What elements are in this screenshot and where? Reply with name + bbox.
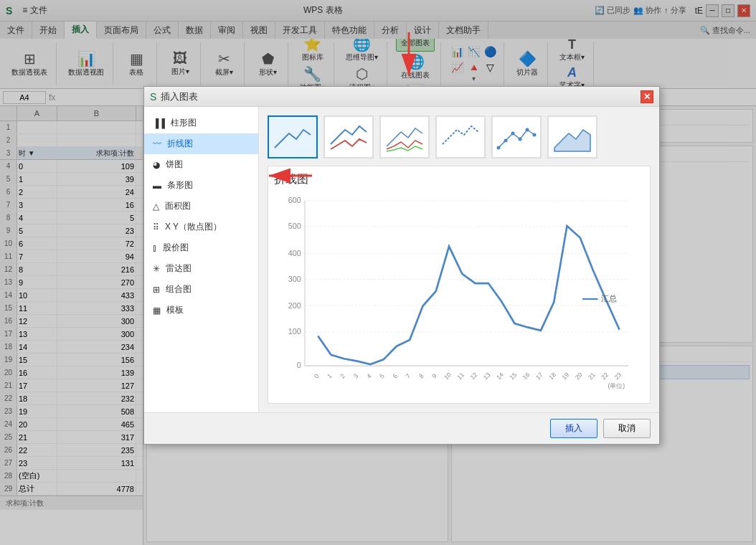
svg-text:1: 1 — [326, 372, 334, 380]
scatter-chart-icon: ⠿ — [153, 222, 159, 232]
svg-text:500: 500 — [288, 222, 301, 230]
dialog-body: ▐▐ 柱形图 〰 折线图 ◕ 饼图 ▬ 条形图 △ 面积图 — [144, 107, 659, 412]
subtype-line-3d[interactable] — [435, 115, 486, 158]
svg-point-4 — [526, 128, 529, 132]
svg-text:100: 100 — [288, 327, 301, 336]
svg-text:17: 17 — [534, 371, 544, 381]
svg-text:6: 6 — [392, 372, 400, 380]
chart-type-template[interactable]: ▦ 模板 — [144, 300, 258, 321]
pie-chart-icon: ◕ — [153, 160, 160, 170]
insert-chart-button[interactable]: 插入 — [550, 419, 597, 438]
chart-canvas: 600 500 400 300 200 100 0 0 1 2 3 — [274, 193, 644, 397]
cancel-button[interactable]: 取消 — [603, 419, 651, 438]
chart-subtypes — [268, 115, 651, 158]
svg-text:18: 18 — [547, 371, 557, 381]
chart-type-stock[interactable]: ⫿ 股价图 — [144, 237, 258, 258]
svg-point-5 — [533, 133, 537, 137]
svg-point-3 — [519, 138, 522, 141]
svg-text:4: 4 — [365, 372, 373, 380]
svg-text:9: 9 — [430, 372, 438, 380]
svg-text:0: 0 — [297, 361, 301, 369]
svg-text:14: 14 — [495, 371, 505, 381]
bar-chart-icon: ▐▐ — [153, 118, 165, 128]
radar-chart-icon: ✳ — [153, 264, 160, 274]
chart-type-radar[interactable]: ✳ 雷达图 — [144, 258, 258, 279]
insert-chart-dialog: S 插入图表 ✕ ▐▐ 柱形图 〰 折线图 ◕ 饼图 — [143, 86, 660, 445]
chart-type-area[interactable]: △ 面积图 — [144, 196, 258, 217]
dialog-close-button[interactable]: ✕ — [641, 90, 653, 103]
stock-chart-icon: ⫿ — [153, 243, 157, 253]
svg-text:11: 11 — [455, 371, 466, 381]
chart-type-scatter[interactable]: ⠿ X Y（散点图） — [144, 217, 258, 237]
template-chart-icon: ▦ — [153, 305, 161, 316]
svg-text:2: 2 — [339, 372, 347, 380]
svg-point-2 — [511, 132, 515, 136]
svg-text:21: 21 — [587, 371, 597, 381]
svg-text:3: 3 — [352, 372, 360, 380]
chart-type-list: ▐▐ 柱形图 〰 折线图 ◕ 饼图 ▬ 条形图 △ 面积图 — [144, 107, 259, 412]
svg-point-0 — [497, 146, 501, 150]
svg-text:20: 20 — [574, 371, 584, 381]
svg-text:(单位): (单位) — [608, 382, 625, 389]
dialog-title-icon: S — [150, 91, 156, 103]
subtype-line-stacked[interactable] — [323, 115, 374, 158]
line-chart-icon: 〰 — [153, 139, 161, 149]
subtype-area-line[interactable] — [547, 115, 597, 158]
chart-preview-area: 折线图 — [268, 166, 651, 404]
chart-type-pie[interactable]: ◕ 饼图 — [144, 154, 258, 175]
chart-type-hbar[interactable]: ▬ 条形图 — [144, 175, 258, 196]
svg-text:15: 15 — [508, 371, 518, 381]
svg-text:19: 19 — [561, 371, 571, 381]
dialog-overlay: S 插入图表 ✕ ▐▐ 柱形图 〰 折线图 ◕ 饼图 — [0, 0, 756, 545]
chart-type-bar[interactable]: ▐▐ 柱形图 — [144, 113, 258, 133]
svg-text:300: 300 — [288, 275, 301, 283]
area-chart-icon: △ — [153, 202, 159, 212]
dialog-title-text: 插入图表 — [161, 90, 641, 103]
subtype-line-markers[interactable] — [491, 115, 542, 158]
svg-text:12: 12 — [469, 371, 479, 381]
svg-text:0: 0 — [313, 372, 321, 380]
svg-text:7: 7 — [405, 372, 412, 380]
dialog-title-bar: S 插入图表 ✕ — [144, 87, 659, 107]
combo-chart-icon: ⊞ — [153, 285, 160, 295]
svg-marker-6 — [554, 130, 590, 151]
svg-text:600: 600 — [288, 196, 301, 204]
chart-type-line[interactable]: 〰 折线图 — [144, 133, 258, 154]
svg-text:16: 16 — [521, 371, 531, 381]
svg-text:5: 5 — [378, 372, 386, 380]
hbar-chart-icon: ▬ — [153, 181, 161, 191]
svg-point-1 — [504, 139, 508, 143]
chart-type-combo[interactable]: ⊞ 组合图 — [144, 279, 258, 300]
subtype-line-100[interactable] — [379, 115, 430, 158]
svg-text:400: 400 — [288, 249, 301, 257]
svg-text:22: 22 — [600, 371, 610, 381]
svg-text:200: 200 — [288, 301, 301, 310]
subtype-line-basic[interactable] — [268, 115, 318, 158]
svg-text:23: 23 — [613, 371, 623, 381]
dialog-footer: 插入 取消 — [144, 412, 659, 444]
svg-text:8: 8 — [417, 372, 425, 380]
svg-text:10: 10 — [443, 371, 453, 381]
svg-text:汇总: 汇总 — [601, 294, 617, 303]
dialog-right-panel: 折线图 — [259, 107, 659, 412]
chart-preview-title: 折线图 — [274, 172, 644, 187]
svg-text:13: 13 — [482, 371, 492, 381]
